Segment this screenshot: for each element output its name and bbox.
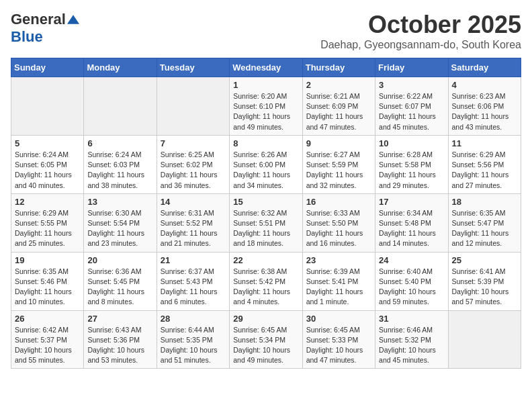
day-number: 10 [379, 138, 444, 148]
day-number: 6 [87, 138, 152, 148]
calendar-cell: 22Sunrise: 6:38 AM Sunset: 5:42 PM Dayli… [230, 252, 302, 310]
calendar-cell: 2Sunrise: 6:21 AM Sunset: 6:09 PM Daylig… [302, 77, 375, 136]
calendar-cell: 16Sunrise: 6:33 AM Sunset: 5:50 PM Dayli… [302, 193, 375, 252]
day-number: 15 [233, 197, 298, 207]
calendar-cell: 5Sunrise: 6:24 AM Sunset: 6:05 PM Daylig… [11, 135, 84, 193]
day-info: Sunrise: 6:39 AM Sunset: 5:41 PM Dayligh… [306, 267, 371, 308]
day-info: Sunrise: 6:38 AM Sunset: 5:42 PM Dayligh… [233, 267, 298, 308]
logo-general-text: General [11, 11, 66, 28]
week-row-2: 5Sunrise: 6:24 AM Sunset: 6:05 PM Daylig… [11, 135, 521, 193]
day-info: Sunrise: 6:24 AM Sunset: 6:05 PM Dayligh… [15, 150, 80, 191]
day-number: 4 [452, 80, 517, 90]
calendar-cell: 6Sunrise: 6:24 AM Sunset: 6:03 PM Daylig… [84, 135, 157, 193]
day-info: Sunrise: 6:23 AM Sunset: 6:06 PM Dayligh… [452, 91, 517, 132]
day-number: 1 [233, 80, 298, 90]
calendar-cell: 12Sunrise: 6:29 AM Sunset: 5:55 PM Dayli… [11, 193, 84, 252]
day-number: 19 [15, 255, 80, 265]
calendar-cell: 27Sunrise: 6:43 AM Sunset: 5:36 PM Dayli… [84, 310, 157, 369]
day-number: 14 [161, 197, 226, 207]
page-header: General Blue October 2025 Daehap, Gyeong… [11, 11, 521, 51]
month-title: October 2025 [320, 11, 521, 39]
day-info: Sunrise: 6:31 AM Sunset: 5:52 PM Dayligh… [161, 208, 226, 249]
calendar-table: SundayMondayTuesdayWednesdayThursdayFrid… [11, 58, 521, 369]
day-info: Sunrise: 6:29 AM Sunset: 5:56 PM Dayligh… [452, 150, 517, 191]
day-info: Sunrise: 6:29 AM Sunset: 5:55 PM Dayligh… [15, 208, 80, 249]
day-number: 20 [87, 255, 152, 265]
calendar-cell: 13Sunrise: 6:30 AM Sunset: 5:54 PM Dayli… [84, 193, 157, 252]
day-number: 23 [306, 255, 371, 265]
calendar-cell [84, 77, 157, 136]
calendar-cell: 28Sunrise: 6:44 AM Sunset: 5:35 PM Dayli… [157, 310, 229, 369]
weekday-header-monday: Monday [84, 58, 157, 77]
svg-marker-0 [67, 15, 79, 24]
day-info: Sunrise: 6:28 AM Sunset: 5:58 PM Dayligh… [379, 150, 444, 191]
day-number: 22 [233, 255, 298, 265]
day-info: Sunrise: 6:41 AM Sunset: 5:39 PM Dayligh… [452, 267, 517, 308]
day-info: Sunrise: 6:35 AM Sunset: 5:46 PM Dayligh… [15, 267, 80, 308]
day-info: Sunrise: 6:32 AM Sunset: 5:51 PM Dayligh… [233, 208, 298, 249]
day-number: 9 [306, 138, 371, 148]
calendar-cell: 21Sunrise: 6:37 AM Sunset: 5:43 PM Dayli… [157, 252, 229, 310]
day-info: Sunrise: 6:45 AM Sunset: 5:34 PM Dayligh… [233, 325, 298, 366]
calendar-cell: 19Sunrise: 6:35 AM Sunset: 5:46 PM Dayli… [11, 252, 84, 310]
calendar-cell: 17Sunrise: 6:34 AM Sunset: 5:48 PM Dayli… [375, 193, 448, 252]
week-row-4: 19Sunrise: 6:35 AM Sunset: 5:46 PM Dayli… [11, 252, 521, 310]
week-row-5: 26Sunrise: 6:42 AM Sunset: 5:37 PM Dayli… [11, 310, 521, 369]
day-info: Sunrise: 6:34 AM Sunset: 5:48 PM Dayligh… [379, 208, 444, 249]
day-info: Sunrise: 6:25 AM Sunset: 6:02 PM Dayligh… [161, 150, 226, 191]
calendar-cell: 10Sunrise: 6:28 AM Sunset: 5:58 PM Dayli… [375, 135, 448, 193]
day-number: 27 [87, 314, 152, 324]
weekday-header-wednesday: Wednesday [230, 58, 302, 77]
logo-icon [67, 13, 79, 26]
calendar-cell: 30Sunrise: 6:45 AM Sunset: 5:33 PM Dayli… [302, 310, 375, 369]
day-number: 8 [233, 138, 298, 148]
calendar-cell: 11Sunrise: 6:29 AM Sunset: 5:56 PM Dayli… [448, 135, 521, 193]
day-info: Sunrise: 6:21 AM Sunset: 6:09 PM Dayligh… [306, 91, 371, 132]
calendar-cell [448, 310, 521, 369]
weekday-header-thursday: Thursday [302, 58, 375, 77]
day-number: 24 [379, 255, 444, 265]
title-block: October 2025 Daehap, Gyeongsannam-do, So… [320, 11, 521, 51]
calendar-cell: 15Sunrise: 6:32 AM Sunset: 5:51 PM Dayli… [230, 193, 302, 252]
day-number: 21 [161, 255, 226, 265]
calendar-cell: 20Sunrise: 6:36 AM Sunset: 5:45 PM Dayli… [84, 252, 157, 310]
week-row-3: 12Sunrise: 6:29 AM Sunset: 5:55 PM Dayli… [11, 193, 521, 252]
day-number: 16 [306, 197, 371, 207]
weekday-header-row: SundayMondayTuesdayWednesdayThursdayFrid… [11, 58, 521, 77]
day-info: Sunrise: 6:27 AM Sunset: 5:59 PM Dayligh… [306, 150, 371, 191]
calendar-cell: 14Sunrise: 6:31 AM Sunset: 5:52 PM Dayli… [157, 193, 229, 252]
calendar-cell: 8Sunrise: 6:26 AM Sunset: 6:00 PM Daylig… [230, 135, 302, 193]
day-info: Sunrise: 6:30 AM Sunset: 5:54 PM Dayligh… [87, 208, 152, 249]
day-info: Sunrise: 6:26 AM Sunset: 6:00 PM Dayligh… [233, 150, 298, 191]
day-number: 13 [87, 197, 152, 207]
day-info: Sunrise: 6:46 AM Sunset: 5:32 PM Dayligh… [379, 325, 444, 366]
day-number: 2 [306, 80, 371, 90]
calendar-cell: 3Sunrise: 6:22 AM Sunset: 6:07 PM Daylig… [375, 77, 448, 136]
day-number: 28 [161, 314, 226, 324]
calendar-cell: 31Sunrise: 6:46 AM Sunset: 5:32 PM Dayli… [375, 310, 448, 369]
calendar-cell: 4Sunrise: 6:23 AM Sunset: 6:06 PM Daylig… [448, 77, 521, 136]
day-info: Sunrise: 6:44 AM Sunset: 5:35 PM Dayligh… [161, 325, 226, 366]
day-number: 7 [161, 138, 226, 148]
day-number: 30 [306, 314, 371, 324]
day-number: 17 [379, 197, 444, 207]
logo-blue-text: Blue [11, 28, 43, 45]
day-number: 12 [15, 197, 80, 207]
calendar-cell: 25Sunrise: 6:41 AM Sunset: 5:39 PM Dayli… [448, 252, 521, 310]
subtitle: Daehap, Gyeongsannam-do, South Korea [320, 39, 521, 51]
day-info: Sunrise: 6:22 AM Sunset: 6:07 PM Dayligh… [379, 91, 444, 132]
calendar-cell: 9Sunrise: 6:27 AM Sunset: 5:59 PM Daylig… [302, 135, 375, 193]
weekday-header-sunday: Sunday [11, 58, 84, 77]
week-row-1: 1Sunrise: 6:20 AM Sunset: 6:10 PM Daylig… [11, 77, 521, 136]
calendar-cell: 7Sunrise: 6:25 AM Sunset: 6:02 PM Daylig… [157, 135, 229, 193]
calendar-cell: 23Sunrise: 6:39 AM Sunset: 5:41 PM Dayli… [302, 252, 375, 310]
calendar-cell [157, 77, 229, 136]
weekday-header-saturday: Saturday [448, 58, 521, 77]
day-info: Sunrise: 6:45 AM Sunset: 5:33 PM Dayligh… [306, 325, 371, 366]
day-number: 18 [452, 197, 517, 207]
day-info: Sunrise: 6:40 AM Sunset: 5:40 PM Dayligh… [379, 267, 444, 308]
weekday-header-friday: Friday [375, 58, 448, 77]
day-info: Sunrise: 6:24 AM Sunset: 6:03 PM Dayligh… [87, 150, 152, 191]
calendar-cell: 29Sunrise: 6:45 AM Sunset: 5:34 PM Dayli… [230, 310, 302, 369]
calendar-cell: 26Sunrise: 6:42 AM Sunset: 5:37 PM Dayli… [11, 310, 84, 369]
